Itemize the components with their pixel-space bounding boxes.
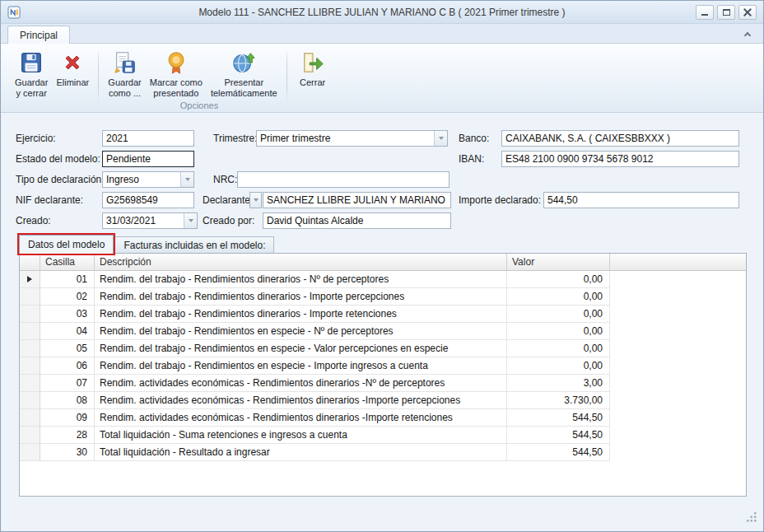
cell-valor: 3.730,00 bbox=[507, 392, 610, 409]
cell-casilla: 07 bbox=[40, 375, 95, 392]
row-indicator-cell bbox=[20, 323, 40, 340]
table-row[interactable]: 28 Total liquidación - Suma retenciones … bbox=[20, 427, 746, 444]
close-form-button[interactable]: Cerrar bbox=[292, 45, 333, 89]
cell-filler bbox=[610, 392, 746, 409]
button-label: Guardary cerrar bbox=[15, 77, 48, 99]
save-icon bbox=[19, 49, 44, 76]
ribbon-collapse-button[interactable] bbox=[740, 28, 755, 40]
resize-grip[interactable] bbox=[746, 511, 757, 526]
grid-header-casilla[interactable]: Casilla bbox=[40, 254, 95, 271]
tipo-declaracion-combobox[interactable] bbox=[102, 171, 194, 188]
cell-filler bbox=[610, 340, 746, 357]
cell-casilla: 04 bbox=[40, 323, 95, 340]
cell-descripcion: Rendim. del trabajo - Rendimientos en es… bbox=[95, 357, 507, 375]
save-as-button[interactable]: Guardarcomo ... bbox=[104, 45, 145, 100]
present-online-button[interactable]: Presentartelemáticamente bbox=[207, 45, 282, 100]
cell-descripcion: Rendim. actividades económicas - Rendimi… bbox=[95, 375, 507, 392]
cell-filler bbox=[610, 444, 746, 461]
cell-casilla: 03 bbox=[40, 306, 95, 323]
grid-panel: Casilla Descripción Valor 01 Rendim. del… bbox=[19, 253, 747, 497]
importe-declarado-field[interactable] bbox=[543, 192, 739, 208]
row-indicator-cell bbox=[20, 340, 40, 357]
cell-valor: 0,00 bbox=[507, 306, 610, 323]
grid-header-filler bbox=[610, 254, 746, 271]
cell-valor: 0,00 bbox=[507, 357, 610, 375]
table-row[interactable]: 06 Rendim. del trabajo - Rendimientos en… bbox=[20, 357, 746, 375]
table-row[interactable]: 01 Rendim. del trabajo - Rendimientos di… bbox=[20, 271, 746, 288]
cell-filler bbox=[610, 306, 746, 323]
cell-valor: 0,00 bbox=[507, 340, 610, 357]
cell-filler bbox=[610, 271, 746, 288]
ribbon-group-caption: Opciones bbox=[105, 100, 294, 110]
save-and-close-button[interactable]: Guardary cerrar bbox=[11, 45, 52, 100]
nrc-label: NRC: bbox=[213, 171, 237, 188]
toolbar-separator bbox=[98, 48, 99, 104]
estado-label: Estado del modelo: bbox=[16, 151, 100, 167]
cell-filler bbox=[610, 375, 746, 392]
close-button[interactable] bbox=[738, 5, 757, 20]
tipo-dropdown-button[interactable] bbox=[180, 172, 193, 187]
exit-arrow-icon bbox=[300, 49, 325, 76]
cell-casilla: 05 bbox=[40, 340, 95, 357]
iban-field[interactable] bbox=[501, 151, 739, 167]
button-label: Eliminar bbox=[56, 77, 89, 88]
cell-casilla: 28 bbox=[40, 427, 95, 444]
table-row[interactable]: 09 Rendim. actividades económicas - Rend… bbox=[20, 409, 746, 427]
table-row[interactable]: 07 Rendim. actividades económicas - Rend… bbox=[20, 375, 746, 392]
app-window: Modelo 111 - SANCHEZ LLIBRE JULIAN Y MAR… bbox=[0, 0, 764, 532]
table-row[interactable]: 08 Rendim. actividades económicas - Rend… bbox=[20, 392, 746, 409]
restore-icon bbox=[723, 9, 730, 16]
mark-presented-button[interactable]: Marcar comopresentado bbox=[146, 45, 207, 100]
declarante-dropdown-button[interactable] bbox=[249, 192, 262, 208]
toolbar-separator bbox=[286, 48, 287, 104]
save-as-icon bbox=[113, 49, 137, 76]
nrc-field[interactable] bbox=[237, 171, 450, 188]
creado-por-field[interactable] bbox=[263, 212, 451, 229]
importe-declarado-label: Importe declarado: bbox=[459, 192, 541, 208]
table-row[interactable]: 03 Rendim. del trabajo - Rendimientos di… bbox=[20, 306, 746, 323]
header-label: Descripción bbox=[100, 256, 151, 268]
tipo-declaracion-label: Tipo de declaración: bbox=[16, 171, 105, 188]
trimestre-field[interactable] bbox=[257, 131, 434, 146]
cell-filler bbox=[610, 409, 746, 427]
tab-facturas-incluidas[interactable]: Facturas incluidas en el modelo: bbox=[114, 236, 274, 254]
creado-datepicker[interactable] bbox=[102, 212, 198, 229]
close-icon bbox=[743, 8, 752, 16]
table-row[interactable]: 05 Rendim. del trabajo - Rendimientos en… bbox=[20, 340, 746, 357]
badge-icon bbox=[164, 49, 189, 76]
chevron-down-icon bbox=[254, 198, 259, 202]
nif-declarante-label: NIF declarante: bbox=[16, 192, 83, 208]
trimestre-combobox[interactable] bbox=[256, 130, 448, 147]
chevron-down-icon bbox=[439, 137, 444, 140]
cell-casilla: 02 bbox=[40, 288, 95, 306]
cell-valor: 0,00 bbox=[507, 288, 610, 306]
cell-descripcion: Rendim. del trabajo - Rendimientos diner… bbox=[95, 288, 507, 306]
cell-filler bbox=[610, 323, 746, 340]
cell-filler bbox=[610, 357, 746, 375]
tab-principal[interactable]: Principal bbox=[7, 26, 70, 44]
cell-descripcion: Rendim. del trabajo - Rendimientos en es… bbox=[95, 323, 507, 340]
minimize-button[interactable] bbox=[696, 5, 714, 20]
ejercicio-field[interactable] bbox=[102, 130, 194, 147]
chevron-up-icon bbox=[744, 32, 751, 39]
form-area: Ejercicio: Trimestre: Banco: Estado del … bbox=[1, 113, 763, 531]
declarante-field[interactable] bbox=[263, 192, 451, 208]
creado-dropdown-button[interactable] bbox=[184, 213, 197, 228]
grid-header-descripcion[interactable]: Descripción bbox=[95, 254, 507, 271]
delete-button[interactable]: Eliminar bbox=[52, 45, 93, 89]
banco-field[interactable] bbox=[501, 130, 739, 147]
estado-field[interactable] bbox=[102, 151, 194, 167]
table-row[interactable]: 02 Rendim. del trabajo - Rendimientos di… bbox=[20, 288, 746, 306]
grid-header-row: Casilla Descripción Valor bbox=[20, 254, 746, 271]
table-row[interactable]: 30 Total liquidación - Resultado a ingre… bbox=[20, 444, 746, 461]
table-row[interactable]: 04 Rendim. del trabajo - Rendimientos en… bbox=[20, 323, 746, 340]
tab-datos-del-modelo[interactable]: Datos del modelo bbox=[19, 235, 114, 254]
tipo-declaracion-field[interactable] bbox=[103, 172, 180, 187]
nif-declarante-field[interactable] bbox=[102, 192, 194, 208]
trimestre-dropdown-button[interactable] bbox=[434, 131, 447, 146]
cell-valor: 544,50 bbox=[507, 409, 610, 427]
restore-button[interactable] bbox=[717, 5, 735, 20]
creado-field[interactable] bbox=[103, 213, 184, 228]
grid-indicator-header bbox=[20, 254, 40, 271]
grid-header-valor[interactable]: Valor bbox=[507, 254, 610, 271]
